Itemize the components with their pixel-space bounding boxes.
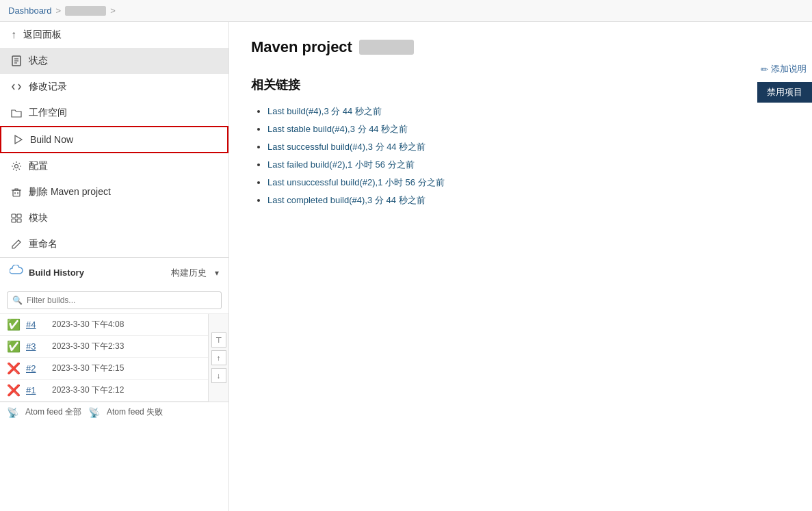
sidebar-item-changes[interactable]: 修改记录 — [0, 74, 228, 100]
link-suffix-4: 1 小时 56 分之前 — [378, 177, 445, 187]
sidebar-item-build-now-label: Build Now — [30, 134, 73, 145]
build-row-2: ❌ #2 2023-3-30 下午2:15 — [0, 358, 208, 380]
sidebar-item-changes-label: 修改记录 — [29, 81, 67, 93]
link-prefix-2: Last successful build(#4), — [267, 142, 368, 152]
success-icon-3: ✅ — [7, 340, 21, 353]
build-num-1[interactable]: #1 — [26, 385, 47, 395]
svg-rect-10 — [12, 214, 16, 218]
sidebar-item-back[interactable]: ↑ 返回面板 — [0, 22, 228, 48]
build-num-4[interactable]: #4 — [26, 319, 47, 330]
link-5[interactable]: Last completed build(#4),3 分 44 秒之前 — [267, 195, 425, 205]
svg-rect-11 — [17, 214, 21, 218]
list-item-0: Last build(#4),3 分 44 秒之前 — [267, 103, 790, 120]
cloud-icon — [10, 265, 23, 280]
build-history-title: Build History — [29, 267, 166, 278]
breadcrumb-dashboard[interactable]: Dashboard — [8, 5, 52, 16]
build-history-cn-label: 构建历史 — [171, 267, 207, 279]
list-item-2: Last successful build(#4),3 分 44 秒之前 — [267, 138, 790, 156]
scroll-down-button[interactable]: ↓ — [211, 368, 226, 383]
build-date-1: 2023-3-30 下午2:12 — [52, 384, 201, 396]
build-num-2[interactable]: #2 — [26, 363, 47, 374]
sidebar-item-delete-label: 删除 Maven project — [29, 186, 111, 198]
breadcrumb-project — [65, 5, 106, 16]
links-list: Last build(#4),3 分 44 秒之前 Last stable bu… — [251, 103, 790, 209]
pencil-icon — [11, 239, 22, 250]
atom-feed-bar: 📡 Atom feed 全部 📡 Atom feed 失败 — [0, 402, 228, 422]
chevron-down-icon[interactable]: ▾ — [215, 268, 219, 278]
up-arrow-icon: ↑ — [11, 29, 16, 41]
sidebar-item-status[interactable]: 状态 — [0, 48, 228, 74]
link-4[interactable]: Last unsuccessful build(#2),1 小时 56 分之前 — [267, 177, 445, 187]
project-title-text: Maven project — [251, 38, 352, 56]
build-scroll-controls: ⊤ ↑ ↓ — [208, 314, 228, 402]
breadcrumb-sep1: > — [56, 5, 62, 16]
list-item-4: Last unsuccessful build(#2),1 小时 56 分之前 — [267, 174, 790, 192]
failure-icon-1: ❌ — [7, 384, 21, 397]
play-icon — [12, 134, 23, 145]
sidebar-item-status-label: 状态 — [29, 55, 48, 67]
link-prefix-4: Last unsuccessful build(#2), — [267, 177, 378, 187]
link-prefix-0: Last build(#4), — [267, 106, 324, 116]
link-2[interactable]: Last successful build(#4),3 分 44 秒之前 — [267, 142, 425, 152]
build-row-1: ❌ #1 2023-3-30 下午2:12 — [0, 380, 208, 402]
atom-feed-icon-all: 📡 — [7, 407, 18, 418]
sidebar-item-delete[interactable]: 删除 Maven project — [0, 179, 228, 205]
build-row-4: ✅ #4 2023-3-30 下午4:08 — [0, 314, 208, 336]
build-history-header: Build History 构建历史 ▾ — [0, 257, 228, 287]
sidebar-item-rename[interactable]: 重命名 — [0, 231, 228, 257]
build-filter-input[interactable] — [7, 291, 222, 309]
build-date-2: 2023-3-30 下午2:15 — [52, 363, 201, 374]
link-0[interactable]: Last build(#4),3 分 44 秒之前 — [267, 106, 382, 116]
link-prefix-1: Last stable build(#4), — [267, 124, 350, 134]
build-list: ✅ #4 2023-3-30 下午4:08 ✅ #3 2023-3-30 下午2… — [0, 314, 228, 402]
sidebar-item-build-now[interactable]: Build Now — [0, 126, 228, 153]
svg-marker-4 — [15, 135, 22, 144]
add-description-button[interactable]: ✏ 添加说明 — [755, 60, 812, 78]
breadcrumb: Dashboard > > — [0, 0, 812, 22]
build-filter-container: 🔍 — [0, 287, 228, 314]
svg-rect-13 — [17, 219, 21, 222]
pencil-add-icon: ✏ — [761, 64, 768, 75]
code-icon — [11, 81, 22, 92]
trash-icon — [11, 187, 22, 198]
main-content: ✏ 添加说明 禁用项目 Maven project 相关链接 Last buil… — [229, 22, 812, 226]
link-suffix-1: 3 分 44 秒之前 — [350, 124, 408, 134]
sidebar-menu: ↑ 返回面板 状态 修改记录 — [0, 22, 228, 257]
scroll-top-button[interactable]: ⊤ — [211, 332, 226, 348]
related-links-section: 相关链接 Last build(#4),3 分 44 秒之前 Last stab… — [251, 77, 790, 209]
atom-feed-icon-fail: 📡 — [88, 407, 100, 418]
sidebar-item-modules-label: 模块 — [29, 212, 48, 224]
list-item-1: Last stable build(#4),3 分 44 秒之前 — [267, 120, 790, 138]
svg-rect-12 — [12, 219, 16, 222]
atom-feed-all-link[interactable]: Atom feed 全部 — [25, 406, 81, 418]
document-icon — [11, 55, 22, 66]
disable-project-button[interactable]: 禁用项目 — [757, 82, 812, 103]
search-icon: 🔍 — [12, 296, 23, 305]
sidebar-item-rename-label: 重命名 — [29, 238, 57, 250]
atom-feed-fail-link[interactable]: Atom feed 失败 — [107, 406, 163, 418]
link-3[interactable]: Last failed build(#2),1 小时 56 分之前 — [267, 159, 415, 170]
add-description-label: 添加说明 — [771, 63, 807, 75]
link-suffix-0: 3 分 44 秒之前 — [324, 106, 382, 116]
list-item-3: Last failed build(#2),1 小时 56 分之前 — [267, 156, 790, 174]
sidebar-item-modules[interactable]: 模块 — [0, 205, 228, 231]
modules-icon — [11, 213, 22, 224]
project-name-blurred — [359, 40, 414, 55]
sidebar: ↑ 返回面板 状态 修改记录 — [0, 22, 229, 511]
link-prefix-5: Last completed build(#4), — [267, 195, 367, 205]
sidebar-item-configure[interactable]: 配置 — [0, 153, 228, 179]
sidebar-item-workspace[interactable]: 工作空间 — [0, 100, 228, 126]
sidebar-item-workspace-label: 工作空间 — [29, 107, 67, 119]
build-num-3[interactable]: #3 — [26, 341, 47, 352]
list-item-5: Last completed build(#4),3 分 44 秒之前 — [267, 192, 790, 209]
sidebar-item-back-label: 返回面板 — [23, 29, 62, 41]
build-row-3: ✅ #3 2023-3-30 下午2:33 — [0, 336, 208, 358]
build-history-section: Build History 构建历史 ▾ 🔍 ✅ #4 2023-3-30 下午… — [0, 257, 228, 422]
link-prefix-3: Last failed build(#2), — [267, 159, 348, 170]
scroll-up-button[interactable]: ↑ — [211, 350, 226, 365]
link-1[interactable]: Last stable build(#4),3 分 44 秒之前 — [267, 124, 408, 134]
link-suffix-3: 1 小时 56 分之前 — [348, 159, 415, 170]
failure-icon-2: ❌ — [7, 362, 21, 375]
folder-icon — [11, 107, 22, 118]
gear-icon — [11, 161, 22, 172]
